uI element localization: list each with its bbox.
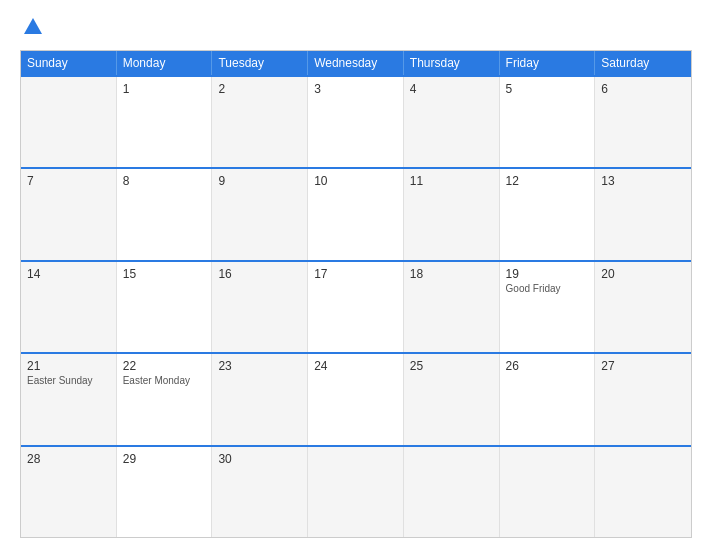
day-cell: 27 [595, 354, 691, 444]
day-number: 8 [123, 174, 206, 188]
day-number: 2 [218, 82, 301, 96]
day-cell: 1 [117, 77, 213, 167]
day-number: 22 [123, 359, 206, 373]
day-cell: 3 [308, 77, 404, 167]
day-cell: 2 [212, 77, 308, 167]
day-cell: 23 [212, 354, 308, 444]
day-number: 9 [218, 174, 301, 188]
day-cell: 20 [595, 262, 691, 352]
week-row-4: 21Easter Sunday22Easter Monday2324252627 [21, 352, 691, 444]
day-number: 12 [506, 174, 589, 188]
day-cell: 21Easter Sunday [21, 354, 117, 444]
day-number: 6 [601, 82, 685, 96]
logo [20, 16, 44, 38]
calendar-body: 12345678910111213141516171819Good Friday… [21, 75, 691, 537]
day-number: 28 [27, 452, 110, 466]
day-header-thursday: Thursday [404, 51, 500, 75]
day-cell: 10 [308, 169, 404, 259]
day-number: 23 [218, 359, 301, 373]
day-number: 27 [601, 359, 685, 373]
day-cell: 22Easter Monday [117, 354, 213, 444]
logo-icon [22, 16, 44, 38]
day-number: 11 [410, 174, 493, 188]
day-cell: 15 [117, 262, 213, 352]
day-cell: 11 [404, 169, 500, 259]
day-cell: 12 [500, 169, 596, 259]
day-cell: 26 [500, 354, 596, 444]
day-header-saturday: Saturday [595, 51, 691, 75]
day-header-sunday: Sunday [21, 51, 117, 75]
day-number: 20 [601, 267, 685, 281]
day-number: 25 [410, 359, 493, 373]
day-event: Easter Sunday [27, 375, 110, 387]
day-cell: 8 [117, 169, 213, 259]
day-cell: 25 [404, 354, 500, 444]
day-cell: 16 [212, 262, 308, 352]
day-cell: 7 [21, 169, 117, 259]
day-number: 15 [123, 267, 206, 281]
day-number: 16 [218, 267, 301, 281]
day-cell: 14 [21, 262, 117, 352]
day-cell: 28 [21, 447, 117, 537]
day-number: 4 [410, 82, 493, 96]
day-cell: 29 [117, 447, 213, 537]
day-number: 19 [506, 267, 589, 281]
day-cell: 18 [404, 262, 500, 352]
day-number: 18 [410, 267, 493, 281]
day-cell [500, 447, 596, 537]
day-number: 29 [123, 452, 206, 466]
day-cell: 6 [595, 77, 691, 167]
day-cell: 17 [308, 262, 404, 352]
day-cell: 5 [500, 77, 596, 167]
day-headers-row: SundayMondayTuesdayWednesdayThursdayFrid… [21, 51, 691, 75]
day-cell [404, 447, 500, 537]
day-number: 10 [314, 174, 397, 188]
day-header-wednesday: Wednesday [308, 51, 404, 75]
calendar-page: SundayMondayTuesdayWednesdayThursdayFrid… [0, 0, 712, 550]
day-cell [308, 447, 404, 537]
day-number: 7 [27, 174, 110, 188]
day-cell: 13 [595, 169, 691, 259]
week-row-5: 282930 [21, 445, 691, 537]
day-number: 5 [506, 82, 589, 96]
day-header-tuesday: Tuesday [212, 51, 308, 75]
day-number: 13 [601, 174, 685, 188]
week-row-2: 78910111213 [21, 167, 691, 259]
day-number: 26 [506, 359, 589, 373]
day-number: 3 [314, 82, 397, 96]
day-number: 21 [27, 359, 110, 373]
day-event: Good Friday [506, 283, 589, 295]
day-number: 24 [314, 359, 397, 373]
day-number: 17 [314, 267, 397, 281]
day-number: 14 [27, 267, 110, 281]
day-header-monday: Monday [117, 51, 213, 75]
week-row-3: 141516171819Good Friday20 [21, 260, 691, 352]
day-cell: 4 [404, 77, 500, 167]
day-event: Easter Monday [123, 375, 206, 387]
svg-marker-0 [24, 18, 42, 34]
day-cell [595, 447, 691, 537]
day-cell: 24 [308, 354, 404, 444]
day-cell: 9 [212, 169, 308, 259]
day-cell: 19Good Friday [500, 262, 596, 352]
week-row-1: 123456 [21, 75, 691, 167]
calendar: SundayMondayTuesdayWednesdayThursdayFrid… [20, 50, 692, 538]
day-number: 30 [218, 452, 301, 466]
day-cell: 30 [212, 447, 308, 537]
day-cell [21, 77, 117, 167]
day-number: 1 [123, 82, 206, 96]
header [20, 16, 692, 38]
day-header-friday: Friday [500, 51, 596, 75]
